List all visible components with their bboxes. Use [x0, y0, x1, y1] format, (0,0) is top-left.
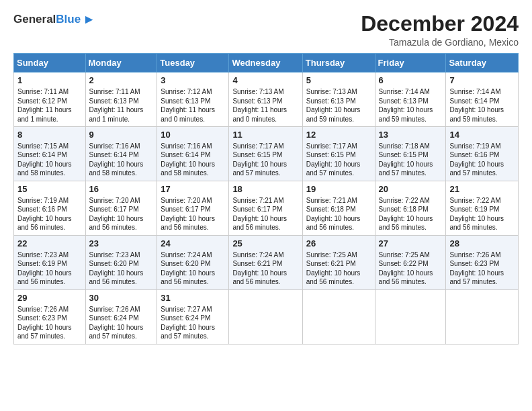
table-row: 22Sunrise: 7:23 AMSunset: 6:19 PMDayligh…: [14, 235, 86, 289]
day-info: Sunrise: 7:20 AMSunset: 6:17 PMDaylight:…: [89, 196, 154, 232]
day-info: Sunrise: 7:22 AMSunset: 6:18 PMDaylight:…: [379, 196, 443, 232]
day-info: Sunrise: 7:20 AMSunset: 6:17 PMDaylight:…: [161, 196, 225, 232]
day-number: 5: [306, 75, 371, 87]
day-info: Sunrise: 7:11 AMSunset: 6:13 PMDaylight:…: [89, 87, 154, 124]
subtitle: Tamazula de Gordiano, Mexico: [361, 37, 519, 48]
day-number: 1: [17, 75, 82, 87]
day-number: 19: [306, 184, 371, 195]
table-row: 25Sunrise: 7:24 AMSunset: 6:21 PMDayligh…: [229, 235, 302, 289]
main-title: December 2024: [361, 12, 519, 36]
table-row: 18Sunrise: 7:21 AMSunset: 6:17 PMDayligh…: [229, 181, 302, 235]
logo: General Blue ►: [13, 12, 95, 27]
col-thursday: Thursday: [302, 54, 375, 73]
table-row: 30Sunrise: 7:26 AMSunset: 6:24 PMDayligh…: [85, 289, 157, 344]
day-number: 7: [449, 75, 515, 87]
table-row: 14Sunrise: 7:19 AMSunset: 6:16 PMDayligh…: [446, 127, 519, 181]
table-row: [229, 289, 302, 344]
table-row: 1Sunrise: 7:11 AMSunset: 6:12 PMDaylight…: [14, 73, 86, 127]
table-row: 9Sunrise: 7:16 AMSunset: 6:14 PMDaylight…: [85, 127, 157, 181]
day-number: 12: [306, 130, 371, 141]
day-info: Sunrise: 7:14 AMSunset: 6:13 PMDaylight:…: [379, 87, 443, 124]
day-info: Sunrise: 7:24 AMSunset: 6:21 PMDaylight:…: [232, 250, 298, 287]
day-number: 10: [161, 130, 225, 141]
title-block: December 2024 Tamazula de Gordiano, Mexi…: [361, 12, 519, 48]
day-info: Sunrise: 7:17 AMSunset: 6:15 PMDaylight:…: [232, 142, 298, 178]
table-row: [446, 289, 519, 344]
table-row: 10Sunrise: 7:16 AMSunset: 6:14 PMDayligh…: [157, 127, 229, 181]
col-friday: Friday: [375, 54, 446, 73]
day-number: 3: [161, 75, 225, 87]
day-number: 18: [232, 184, 298, 195]
day-number: 23: [89, 238, 154, 250]
table-row: 7Sunrise: 7:14 AMSunset: 6:14 PMDaylight…: [446, 73, 519, 127]
table-row: 24Sunrise: 7:24 AMSunset: 6:20 PMDayligh…: [157, 235, 229, 289]
table-row: 20Sunrise: 7:22 AMSunset: 6:18 PMDayligh…: [375, 181, 446, 235]
day-number: 28: [449, 238, 515, 250]
day-info: Sunrise: 7:12 AMSunset: 6:13 PMDaylight:…: [161, 87, 225, 124]
day-info: Sunrise: 7:23 AMSunset: 6:19 PMDaylight:…: [17, 250, 82, 287]
table-row: 13Sunrise: 7:18 AMSunset: 6:15 PMDayligh…: [375, 127, 446, 181]
table-row: 29Sunrise: 7:26 AMSunset: 6:23 PMDayligh…: [14, 289, 86, 344]
table-row: 27Sunrise: 7:25 AMSunset: 6:22 PMDayligh…: [375, 235, 446, 289]
col-saturday: Saturday: [446, 54, 519, 73]
day-info: Sunrise: 7:27 AMSunset: 6:24 PMDaylight:…: [161, 305, 225, 341]
day-info: Sunrise: 7:24 AMSunset: 6:20 PMDaylight:…: [161, 250, 225, 287]
day-info: Sunrise: 7:19 AMSunset: 6:16 PMDaylight:…: [449, 142, 515, 178]
day-info: Sunrise: 7:21 AMSunset: 6:18 PMDaylight:…: [306, 196, 371, 232]
day-info: Sunrise: 7:23 AMSunset: 6:20 PMDaylight:…: [89, 250, 154, 287]
day-number: 22: [17, 238, 82, 250]
col-wednesday: Wednesday: [229, 54, 302, 73]
day-number: 11: [232, 130, 298, 141]
day-number: 4: [232, 75, 298, 87]
logo-bird-icon: ►: [83, 12, 95, 27]
table-row: 31Sunrise: 7:27 AMSunset: 6:24 PMDayligh…: [157, 289, 229, 344]
day-info: Sunrise: 7:26 AMSunset: 6:23 PMDaylight:…: [17, 305, 82, 341]
table-row: 26Sunrise: 7:25 AMSunset: 6:21 PMDayligh…: [302, 235, 375, 289]
table-row: 6Sunrise: 7:14 AMSunset: 6:13 PMDaylight…: [375, 73, 446, 127]
calendar-week-row: 29Sunrise: 7:26 AMSunset: 6:23 PMDayligh…: [14, 289, 519, 344]
day-number: 6: [379, 75, 443, 87]
day-number: 30: [89, 293, 154, 304]
day-info: Sunrise: 7:16 AMSunset: 6:14 PMDaylight:…: [161, 142, 225, 178]
table-row: [302, 289, 375, 344]
calendar-week-row: 1Sunrise: 7:11 AMSunset: 6:12 PMDaylight…: [14, 73, 519, 127]
table-row: 21Sunrise: 7:22 AMSunset: 6:19 PMDayligh…: [446, 181, 519, 235]
calendar-week-row: 8Sunrise: 7:15 AMSunset: 6:14 PMDaylight…: [14, 127, 519, 181]
day-info: Sunrise: 7:21 AMSunset: 6:17 PMDaylight:…: [232, 196, 298, 232]
day-info: Sunrise: 7:18 AMSunset: 6:15 PMDaylight:…: [379, 142, 443, 178]
calendar-week-row: 22Sunrise: 7:23 AMSunset: 6:19 PMDayligh…: [14, 235, 519, 289]
header: General Blue ► December 2024 Tamazula de…: [13, 12, 519, 48]
day-number: 27: [379, 238, 443, 250]
day-info: Sunrise: 7:14 AMSunset: 6:14 PMDaylight:…: [449, 87, 515, 124]
day-info: Sunrise: 7:15 AMSunset: 6:14 PMDaylight:…: [17, 142, 82, 178]
day-number: 14: [449, 130, 515, 141]
day-number: 17: [161, 184, 225, 195]
logo-general: General: [13, 13, 56, 26]
table-row: 5Sunrise: 7:13 AMSunset: 6:13 PMDaylight…: [302, 73, 375, 127]
calendar: Sunday Monday Tuesday Wednesday Thursday…: [13, 53, 519, 344]
page: General Blue ► December 2024 Tamazula de…: [0, 0, 532, 351]
day-number: 24: [161, 238, 225, 250]
table-row: 17Sunrise: 7:20 AMSunset: 6:17 PMDayligh…: [157, 181, 229, 235]
table-row: 8Sunrise: 7:15 AMSunset: 6:14 PMDaylight…: [14, 127, 86, 181]
col-tuesday: Tuesday: [157, 54, 229, 73]
day-number: 15: [17, 184, 82, 195]
day-number: 21: [449, 184, 515, 195]
day-number: 26: [306, 238, 371, 250]
col-monday: Monday: [85, 54, 157, 73]
day-number: 8: [17, 130, 82, 141]
day-info: Sunrise: 7:26 AMSunset: 6:24 PMDaylight:…: [89, 305, 154, 341]
calendar-week-row: 15Sunrise: 7:19 AMSunset: 6:16 PMDayligh…: [14, 181, 519, 235]
day-number: 31: [161, 293, 225, 304]
day-info: Sunrise: 7:17 AMSunset: 6:15 PMDaylight:…: [306, 142, 371, 178]
day-number: 13: [379, 130, 443, 141]
day-number: 16: [89, 184, 154, 195]
table-row: 15Sunrise: 7:19 AMSunset: 6:16 PMDayligh…: [14, 181, 86, 235]
day-info: Sunrise: 7:13 AMSunset: 6:13 PMDaylight:…: [306, 87, 371, 124]
table-row: 16Sunrise: 7:20 AMSunset: 6:17 PMDayligh…: [85, 181, 157, 235]
day-info: Sunrise: 7:25 AMSunset: 6:22 PMDaylight:…: [379, 250, 443, 287]
day-info: Sunrise: 7:19 AMSunset: 6:16 PMDaylight:…: [17, 196, 82, 232]
day-info: Sunrise: 7:26 AMSunset: 6:23 PMDaylight:…: [449, 250, 515, 287]
table-row: 4Sunrise: 7:13 AMSunset: 6:13 PMDaylight…: [229, 73, 302, 127]
day-info: Sunrise: 7:11 AMSunset: 6:12 PMDaylight:…: [17, 87, 82, 124]
